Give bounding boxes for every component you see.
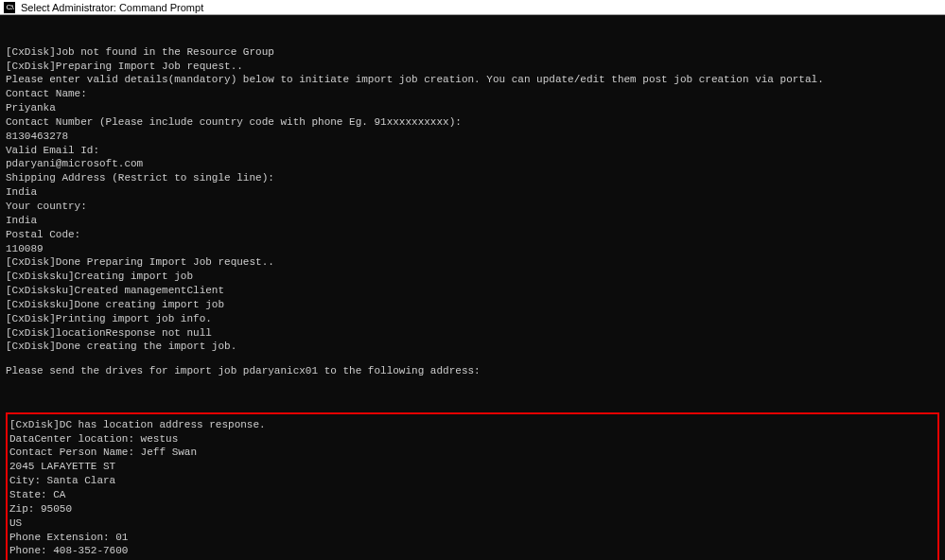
terminal-line: US [9, 516, 936, 531]
terminal-line: Contact Name: [6, 87, 939, 101]
terminal-line: Valid Email Id: [6, 144, 939, 158]
window-titlebar[interactable]: C:\ Select Administrator: Command Prompt [0, 0, 945, 15]
terminal-line: pdaryani@microsoft.com [6, 157, 939, 171]
terminal-line: [CxDisksku]Creating import job [6, 270, 939, 284]
output-top-section: [CxDisk]Job not found in the Resource Gr… [6, 45, 939, 378]
terminal-line: Phone: 408-352-7600 [9, 544, 936, 558]
terminal-line: [CxDisk]Job not found in the Resource Gr… [6, 45, 939, 60]
terminal-line [6, 354, 939, 364]
terminal-line: Contact Person Name: Jeff Swan [9, 446, 936, 460]
terminal-line: [CxDisk]Done Preparing Import Job reques… [6, 255, 939, 270]
terminal-line: Contact Number (Please include country c… [6, 115, 939, 130]
terminal-line: Phone Extension: 01 [9, 531, 936, 545]
terminal-line: City: Santa Clara [9, 474, 936, 488]
terminal-line: Your country: [6, 200, 939, 214]
terminal-line: DataCenter location: westus [9, 432, 936, 446]
window-title: Select Administrator: Command Prompt [21, 2, 203, 13]
terminal-line: [CxDisksku]Created managementClient [6, 284, 939, 298]
terminal-line: Postal Code: [6, 228, 939, 242]
terminal-line: Please enter valid details(mandatory) be… [6, 73, 939, 87]
terminal-line: [CxDisksku]Done creating import job [6, 298, 939, 312]
terminal-line: Priyanka [6, 101, 939, 115]
terminal-line: Please send the drives for import job pd… [6, 364, 939, 378]
terminal-output: [CxDisk]Job not found in the Resource Gr… [0, 15, 945, 560]
terminal-line: India [6, 214, 939, 228]
terminal-line: 8130463278 [6, 130, 939, 144]
terminal-line: [CxDisk]Done creating the import job. [6, 340, 939, 354]
terminal-line: Zip: 95050 [9, 502, 936, 516]
terminal-line: 2045 LAFAYETTE ST [9, 460, 936, 474]
output-highlighted-section: [CxDisk]DC has location address response… [6, 412, 939, 560]
terminal-line: 110089 [6, 242, 939, 256]
terminal-line: State: CA [9, 488, 936, 502]
terminal-line: [CxDisk]locationResponse not null [6, 326, 939, 341]
terminal-line: [CxDisk]DC has location address response… [9, 418, 936, 432]
cmd-icon: C:\ [4, 2, 15, 13]
terminal-line: [CxDisk]Preparing Import Job request.. [6, 60, 939, 74]
terminal-line: Shipping Address (Restrict to single lin… [6, 171, 939, 185]
terminal-line: [CxDisk]Printing import job info. [6, 312, 939, 326]
terminal-line: India [6, 185, 939, 200]
